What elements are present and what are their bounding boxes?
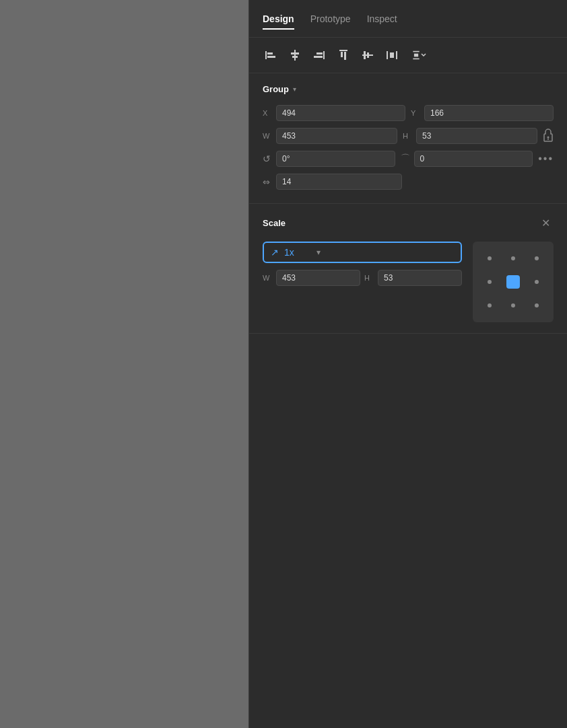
anchor-bottom-right[interactable] (535, 303, 539, 307)
anchor-bottom-center[interactable] (511, 303, 515, 307)
svg-rect-2 (267, 56, 275, 58)
tab-prototype[interactable]: Prototype (310, 11, 351, 27)
scale-left-panel: ↗ 1x ▾ W 453 H 53 (263, 242, 462, 286)
gap-icon: ⇔ (263, 177, 272, 187)
scale-h-value[interactable]: 53 (378, 270, 462, 286)
scale-close-button[interactable]: ✕ (537, 215, 554, 231)
scale-dropdown-icon[interactable]: ▾ (316, 248, 321, 257)
distribute-h-button[interactable] (381, 44, 403, 66)
scale-header: Scale ✕ (263, 215, 554, 231)
svg-rect-17 (390, 52, 394, 58)
distribute-v-button[interactable] (405, 44, 432, 66)
h-label: H (403, 132, 412, 140)
svg-rect-6 (323, 51, 325, 59)
tab-design[interactable]: Design (263, 11, 294, 27)
scale-resize-icon: ↗ (271, 247, 279, 258)
x-input[interactable]: 494 (276, 105, 405, 121)
scale-value-input[interactable]: 1x (284, 247, 311, 258)
anchor-top-center[interactable] (511, 256, 515, 260)
svg-rect-11 (344, 52, 346, 60)
corner-radius-input[interactable]: 0 (414, 151, 533, 167)
align-center-h-button[interactable] (284, 44, 306, 66)
scale-section: Scale ✕ ↗ 1x ▾ W 453 H 53 (249, 204, 567, 334)
svg-rect-20 (414, 54, 418, 57)
svg-rect-4 (291, 52, 299, 54)
svg-rect-7 (316, 52, 323, 54)
align-right-button[interactable] (308, 44, 330, 66)
svg-rect-1 (267, 52, 273, 54)
align-left-button[interactable] (260, 44, 281, 66)
align-top-icon (337, 49, 349, 61)
anchor-grid (473, 242, 554, 322)
align-top-button[interactable] (333, 44, 354, 66)
scale-w-value[interactable]: 453 (276, 270, 360, 286)
scale-w-label: W (263, 274, 272, 282)
anchor-bottom-left[interactable] (488, 303, 492, 307)
right-panel: Design Prototype Inspect (248, 0, 567, 728)
anchor-middle-center[interactable] (506, 275, 520, 289)
anchor-top-right[interactable] (535, 256, 539, 260)
group-title-text: Group (263, 84, 289, 94)
bottom-empty-area (249, 334, 567, 728)
svg-rect-9 (339, 50, 347, 51)
anchor-middle-left[interactable] (488, 280, 492, 284)
tab-bar: Design Prototype Inspect (249, 0, 567, 38)
rotation-input[interactable]: 0° (276, 151, 395, 167)
scale-controls: ↗ 1x ▾ W 453 H 53 (263, 242, 554, 322)
dropdown-chevron-icon (421, 52, 426, 58)
svg-rect-3 (294, 50, 296, 61)
svg-rect-13 (364, 51, 366, 59)
svg-rect-0 (265, 51, 267, 59)
h-input[interactable]: 53 (416, 128, 537, 144)
svg-rect-19 (413, 59, 419, 60)
anchor-top-left[interactable] (488, 256, 492, 260)
rotation-icon: ↺ (263, 153, 272, 164)
scale-dimensions: W 453 H 53 (263, 270, 462, 286)
y-input[interactable]: 166 (424, 105, 554, 121)
svg-rect-14 (367, 52, 369, 58)
group-section: Group ▾ X 494 Y 166 W 453 H 53 (249, 73, 567, 204)
scale-input-container[interactable]: ↗ 1x ▾ (263, 242, 462, 263)
svg-rect-15 (387, 51, 388, 59)
distribute-h-icon (386, 49, 398, 61)
scale-title-text: Scale (263, 218, 286, 228)
align-left-icon (265, 49, 277, 61)
w-input[interactable]: 453 (276, 128, 397, 144)
scale-h-label: H (364, 274, 374, 282)
align-center-h-icon (289, 49, 301, 61)
w-label: W (263, 132, 272, 140)
svg-rect-5 (292, 56, 298, 58)
svg-rect-10 (341, 52, 343, 57)
group-chevron-icon: ▾ (293, 85, 296, 93)
svg-rect-18 (413, 51, 419, 52)
x-label: X (263, 109, 272, 117)
more-options-button[interactable]: ••• (538, 153, 554, 165)
corner-radius-icon: ⌒ (401, 153, 410, 165)
distribute-v-icon (411, 50, 421, 60)
tab-inspect[interactable]: Inspect (367, 11, 397, 27)
lock-proportions-icon[interactable] (543, 129, 554, 144)
align-center-v-icon (362, 49, 374, 61)
y-label: Y (411, 109, 420, 117)
align-right-icon (313, 49, 325, 61)
gap-input[interactable]: 14 (276, 174, 402, 190)
svg-point-21 (547, 136, 549, 138)
svg-rect-8 (314, 56, 323, 58)
group-section-title[interactable]: Group ▾ (263, 84, 554, 94)
anchor-middle-right[interactable] (535, 280, 539, 284)
svg-rect-16 (396, 51, 397, 59)
align-toolbar (249, 38, 567, 73)
canvas-area (0, 0, 248, 728)
align-center-v-button[interactable] (357, 44, 378, 66)
